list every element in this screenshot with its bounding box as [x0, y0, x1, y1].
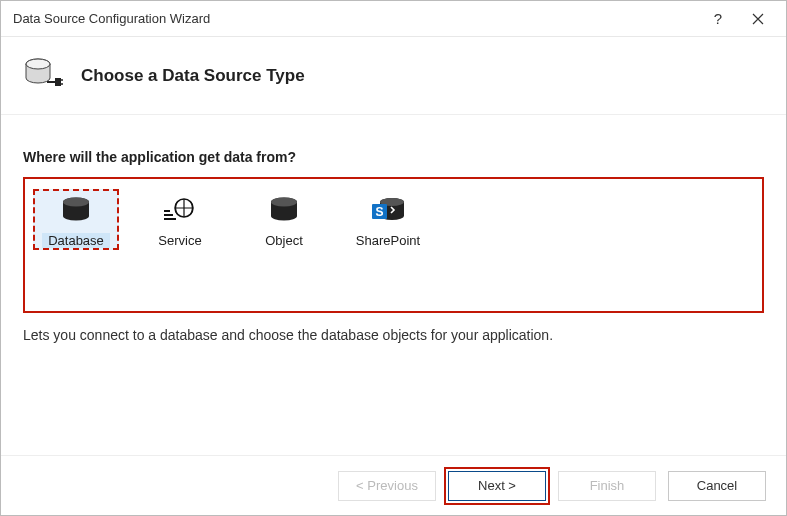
option-description: Lets you connect to a database and choos…	[23, 327, 764, 343]
sharepoint-icon: S	[370, 196, 406, 226]
wizard-header: Choose a Data Source Type	[1, 37, 786, 115]
option-label: Database	[42, 233, 110, 248]
finish-button: Finish	[558, 471, 656, 501]
database-icon	[60, 197, 92, 225]
prompt-text: Where will the application get data from…	[23, 149, 764, 165]
option-sharepoint[interactable]: S SharePoint	[345, 189, 431, 250]
previous-button: < Previous	[338, 471, 436, 501]
wizard-footer: < Previous Next > Finish Cancel	[1, 455, 786, 515]
option-label: SharePoint	[356, 233, 420, 248]
database-plug-icon	[23, 58, 63, 94]
svg-text:S: S	[375, 205, 383, 219]
close-button[interactable]	[738, 3, 778, 35]
close-icon	[752, 13, 764, 25]
option-service[interactable]: Service	[137, 189, 223, 250]
wizard-page-title: Choose a Data Source Type	[81, 66, 305, 86]
wizard-body: Where will the application get data from…	[1, 115, 786, 343]
data-source-options: Database Service Object	[23, 177, 764, 313]
service-icon	[162, 197, 198, 225]
window-title: Data Source Configuration Wizard	[13, 11, 698, 26]
option-database[interactable]: Database	[33, 189, 119, 250]
svg-point-7	[271, 198, 297, 207]
object-icon	[268, 197, 300, 225]
cancel-button[interactable]: Cancel	[668, 471, 766, 501]
option-label: Service	[158, 233, 201, 248]
help-button[interactable]: ?	[698, 3, 738, 35]
svg-point-1	[26, 59, 50, 69]
option-object[interactable]: Object	[241, 189, 327, 250]
svg-rect-2	[55, 78, 61, 86]
titlebar: Data Source Configuration Wizard ?	[1, 1, 786, 37]
wizard-header-icon	[23, 58, 63, 94]
svg-point-4	[63, 198, 89, 207]
next-button[interactable]: Next >	[448, 471, 546, 501]
option-label: Object	[265, 233, 303, 248]
